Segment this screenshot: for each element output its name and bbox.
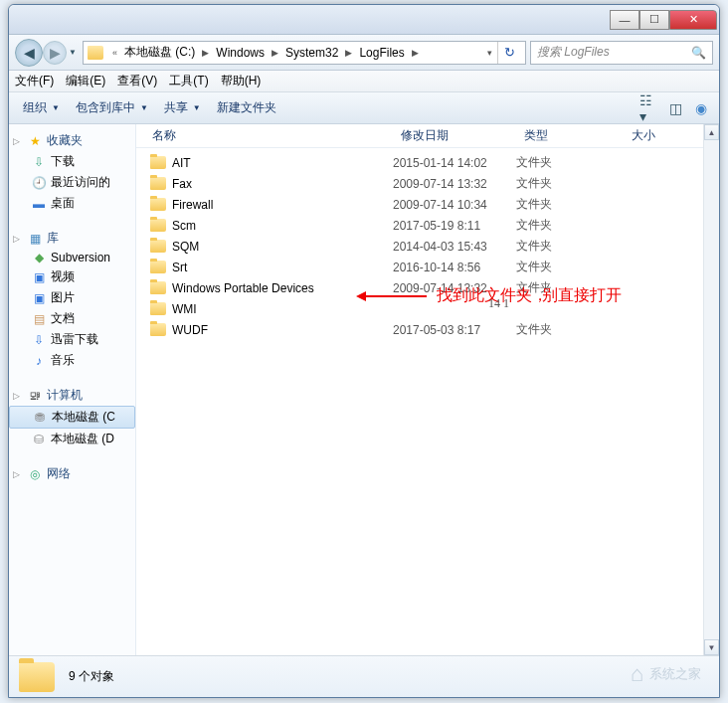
sidebar-heading-label: 库 — [47, 230, 59, 247]
ico-dl-icon: ⇩ — [31, 155, 47, 169]
menu-tools[interactable]: 工具(T) — [169, 73, 208, 89]
table-row[interactable]: AIT 2015-01-14 14:02 文件夹 — [136, 152, 719, 173]
folder-icon — [150, 240, 166, 253]
toolbar-include-library[interactable]: 包含到库中▼ — [70, 97, 154, 118]
menu-help[interactable]: 帮助(H) — [221, 73, 262, 89]
table-row[interactable]: Srt 2016-10-14 8:56 文件夹 — [136, 257, 719, 277]
table-row[interactable]: Firewall 2009-07-14 10:34 文件夹 — [136, 194, 719, 215]
search-placeholder: 搜索 LogFiles — [537, 44, 610, 61]
cell-date: 2014-04-03 15:43 — [393, 240, 516, 254]
nav-history-dropdown[interactable]: ▼ — [67, 43, 79, 63]
folder-icon — [150, 156, 166, 169]
cell-name: Firewall — [136, 198, 393, 212]
sidebar-item[interactable]: ♪ 音乐 — [9, 350, 135, 371]
sidebar-item-label: 本地磁盘 (D — [51, 431, 114, 447]
cell-type: 文件夹 — [516, 259, 624, 275]
refresh-button[interactable]: ↻ — [497, 42, 521, 64]
menu-file[interactable]: 文件(F) — [15, 73, 54, 89]
file-name: Windows Portable Devices — [172, 281, 314, 295]
table-row[interactable]: WMI — [136, 298, 719, 319]
forward-button[interactable]: ▶ — [43, 41, 67, 65]
maximize-button[interactable]: ☐ — [639, 10, 669, 30]
toolbar-new-folder[interactable]: 新建文件夹 — [211, 97, 282, 118]
col-name[interactable]: 名称 — [136, 127, 393, 144]
file-name: AIT — [172, 156, 191, 170]
sidebar-item[interactable]: ⇩ 迅雷下载 — [9, 329, 135, 350]
table-row[interactable]: SQM 2014-04-03 15:43 文件夹 — [136, 236, 719, 257]
scroll-down-button[interactable]: ▼ — [704, 639, 719, 655]
back-button[interactable]: ◀ — [15, 39, 43, 67]
cell-type: 文件夹 — [516, 217, 624, 234]
help-icon[interactable]: ◉ — [691, 98, 711, 118]
toolbar-share[interactable]: 共享▼ — [158, 97, 207, 118]
breadcrumb-sep[interactable]: ▶ — [199, 48, 212, 58]
col-type[interactable]: 类型 — [516, 127, 624, 144]
cell-name: SQM — [136, 240, 393, 254]
cell-type: 文件夹 — [516, 175, 624, 192]
titlebar: — ☐ ✕ — [9, 5, 719, 35]
table-row[interactable]: Scm 2017-05-19 8:11 文件夹 — [136, 215, 719, 236]
cell-date: 2016-10-14 8:56 — [393, 261, 516, 274]
breadcrumb-logfiles[interactable]: LogFiles — [357, 46, 406, 60]
sidebar-heading-label: 计算机 — [47, 387, 83, 404]
view-options-icon[interactable]: ☷ ▾ — [639, 98, 659, 118]
menu-edit[interactable]: 编辑(E) — [66, 73, 105, 89]
house-icon: ⌂ — [631, 661, 643, 687]
address-bar[interactable]: « 本地磁盘 (C:) ▶ Windows ▶ System32 ▶ LogFi… — [83, 41, 526, 65]
file-name: SQM — [172, 240, 199, 254]
sidebar-item[interactable]: 🕘 最近访问的 — [9, 172, 135, 193]
sidebar-heading[interactable]: ▷ ★ 收藏夹 — [9, 130, 135, 151]
sidebar-item[interactable]: ◆ Subversion — [9, 249, 135, 266]
status-bar: 9 个对象 ⌂ 系统之家 — [9, 655, 719, 697]
sidebar-item[interactable]: ▣ 图片 — [9, 287, 135, 308]
sidebar-item[interactable]: ⛃ 本地磁盘 (C — [9, 406, 135, 429]
scrollbar-vertical[interactable]: ▲ ▼ — [703, 124, 719, 655]
sidebar-item[interactable]: ▣ 视频 — [9, 266, 135, 287]
sidebar-heading[interactable]: ▷ ◎ 网络 — [9, 463, 135, 484]
cell-name: AIT — [136, 156, 393, 170]
sidebar-item[interactable]: ▤ 文档 — [9, 308, 135, 329]
table-row[interactable]: Fax 2009-07-14 13:32 文件夹 — [136, 173, 719, 194]
preview-pane-icon[interactable]: ◫ — [665, 98, 685, 118]
menu-view[interactable]: 查看(V) — [117, 73, 157, 89]
ico-lib-icon: ▦ — [27, 232, 43, 246]
col-date[interactable]: 修改日期 — [393, 127, 516, 144]
folder-icon — [150, 323, 166, 336]
sidebar-heading[interactable]: ▷ 🖳 计算机 — [9, 385, 135, 406]
sidebar-item-label: Subversion — [51, 251, 110, 264]
breadcrumb-system32[interactable]: System32 — [283, 46, 340, 60]
folder-icon — [150, 177, 166, 190]
scroll-up-button[interactable]: ▲ — [704, 124, 719, 140]
file-name: Scm — [172, 219, 196, 233]
window-buttons: — ☐ ✕ — [610, 10, 717, 30]
nav-arrows: ◀ ▶ ▼ — [15, 39, 79, 67]
breadcrumb-sep[interactable]: ▶ — [269, 48, 281, 58]
minimize-button[interactable]: — — [610, 10, 639, 30]
sidebar-heading-label: 网络 — [47, 465, 71, 482]
cell-type: 文件夹 — [516, 196, 624, 213]
sidebar-item[interactable]: ⇩ 下载 — [9, 151, 135, 172]
sidebar-heading[interactable]: ▷ ▦ 库 — [9, 228, 135, 249]
ico-xunlei-icon: ⇩ — [31, 333, 47, 347]
toolbar-organize[interactable]: 组织▼ — [17, 97, 66, 118]
col-size[interactable]: 大小 — [624, 127, 713, 144]
close-button[interactable]: ✕ — [669, 10, 717, 30]
breadcrumb-c[interactable]: 本地磁盘 (C:) — [122, 44, 197, 61]
table-row[interactable]: Windows Portable Devices 2009-07-14 13:3… — [136, 277, 719, 298]
breadcrumb-sep[interactable]: ▶ — [342, 48, 355, 58]
address-dropdown[interactable]: ▾ — [484, 48, 495, 58]
breadcrumb-sep[interactable]: ▶ — [409, 48, 422, 58]
search-box[interactable]: 搜索 LogFiles 🔍 — [530, 41, 713, 65]
sidebar-item-label: 最近访问的 — [51, 174, 110, 191]
sidebar-item[interactable]: ⛁ 本地磁盘 (D — [9, 429, 135, 449]
table-row[interactable]: WUDF 2017-05-03 8:17 文件夹 — [136, 319, 719, 340]
ico-fav-icon: ★ — [27, 134, 43, 148]
breadcrumb-windows[interactable]: Windows — [214, 46, 267, 60]
sidebar-item-label: 桌面 — [51, 195, 75, 212]
breadcrumb-sep[interactable]: « — [109, 48, 120, 58]
sidebar-item[interactable]: ▬ 桌面 — [9, 193, 135, 214]
ico-computer-icon: 🖳 — [27, 389, 43, 403]
cell-date: 2017-05-03 8:17 — [393, 323, 516, 337]
folder-icon — [150, 261, 166, 273]
folder-icon — [19, 662, 55, 692]
